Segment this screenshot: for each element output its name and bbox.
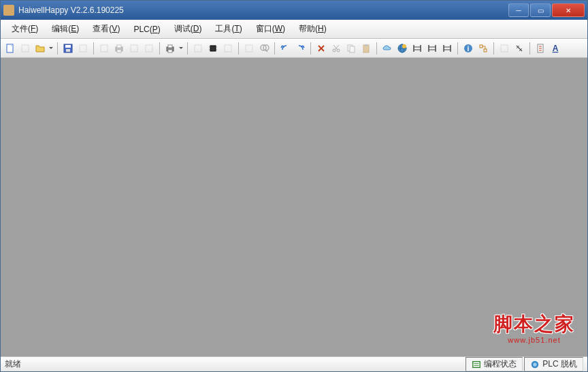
statusbar: 就绪 编程状态 PLC 脱机 xyxy=(1,356,587,371)
close-button[interactable]: ✕ xyxy=(552,3,585,17)
toolbar-separator xyxy=(93,42,94,55)
svg-line-59 xyxy=(517,46,522,51)
svg-rect-11 xyxy=(146,45,152,52)
status-ready: 就绪 xyxy=(5,358,464,370)
window-controls: ─ ▭ ✕ xyxy=(507,3,585,17)
svg-rect-3 xyxy=(65,45,71,48)
status-plc: PLC 脱机 xyxy=(524,357,583,371)
printer-icon-dropdown[interactable] xyxy=(178,42,184,55)
open-folder-icon[interactable] xyxy=(18,42,32,55)
svg-rect-14 xyxy=(168,50,172,52)
cut-icon[interactable] xyxy=(329,42,343,55)
svg-rect-1 xyxy=(22,45,29,52)
toolbar-separator xyxy=(187,42,188,55)
net-icon[interactable] xyxy=(476,42,490,55)
find-icon[interactable] xyxy=(257,42,271,55)
menu-调试[interactable]: 调试(D) xyxy=(167,20,209,37)
folder-icon-dropdown[interactable] xyxy=(48,42,54,55)
new-file-icon[interactable] xyxy=(3,42,17,55)
svg-rect-9 xyxy=(117,50,121,52)
titlebar: HaiwellHappy V2.2.6.190225 ─ ▭ ✕ xyxy=(1,1,587,20)
menubar: 文件(F)编辑(E)查看(V)PLC(P)调试(D)工具(T)窗口(W)帮助(H… xyxy=(1,20,587,39)
redo-icon[interactable] xyxy=(293,42,307,55)
svg-rect-5 xyxy=(80,45,86,52)
menu-编辑[interactable]: 编辑(E) xyxy=(45,20,86,37)
doc2-icon[interactable] xyxy=(534,42,547,55)
preview-icon[interactable] xyxy=(127,42,141,55)
app-icon xyxy=(3,5,14,16)
watermark-text: 脚本之家 xyxy=(493,311,575,337)
ladder3-icon[interactable] xyxy=(440,42,454,55)
toolbar-separator xyxy=(238,42,239,55)
svg-rect-21 xyxy=(225,45,231,52)
toolbar-separator xyxy=(529,42,530,55)
svg-rect-6 xyxy=(101,45,108,52)
folder-icon[interactable] xyxy=(33,42,47,55)
page-icon[interactable] xyxy=(142,42,156,55)
toolbar-separator xyxy=(310,42,311,55)
toolbar-separator xyxy=(159,42,160,55)
export-icon[interactable] xyxy=(76,42,90,55)
window-title: HaiwellHappy V2.2.6.190225 xyxy=(18,5,507,15)
menu-查看[interactable]: 查看(V) xyxy=(86,20,127,37)
workspace: 脚本之家 www.jb51.net xyxy=(1,58,587,356)
undo-icon[interactable] xyxy=(278,42,292,55)
minimize-button[interactable]: ─ xyxy=(508,3,529,17)
svg-rect-58 xyxy=(501,45,508,52)
cloud-icon[interactable] xyxy=(380,42,394,55)
doc-icon[interactable] xyxy=(97,42,111,55)
svg-rect-35 xyxy=(365,44,368,46)
svg-rect-15 xyxy=(195,45,201,52)
paste-icon[interactable] xyxy=(359,42,373,55)
copy-icon[interactable] xyxy=(344,42,358,55)
menu-文件[interactable]: 文件(F) xyxy=(5,20,45,37)
watermark: 脚本之家 www.jb51.net xyxy=(493,311,575,344)
menu-帮助[interactable]: 帮助(H) xyxy=(292,20,333,37)
svg-rect-33 xyxy=(350,46,355,52)
menu-工具[interactable]: 工具(T) xyxy=(208,20,248,37)
toolbar-separator xyxy=(493,42,494,55)
svg-rect-55 xyxy=(484,49,487,52)
svg-rect-10 xyxy=(131,45,137,52)
app-window: HaiwellHappy V2.2.6.190225 ─ ▭ ✕ 文件(F)编辑… xyxy=(0,0,588,372)
printer-icon[interactable] xyxy=(163,42,177,55)
toolbar: iA xyxy=(1,39,587,58)
svg-rect-68 xyxy=(474,363,479,364)
info-icon[interactable]: i xyxy=(461,42,475,55)
save-icon[interactable] xyxy=(61,42,75,55)
svg-rect-16 xyxy=(210,46,216,51)
svg-rect-69 xyxy=(474,365,479,365)
menu-窗口[interactable]: 窗口(W) xyxy=(249,20,292,37)
branch-icon[interactable] xyxy=(497,42,511,55)
svg-rect-8 xyxy=(117,45,121,48)
comp-icon[interactable] xyxy=(512,42,526,55)
maximize-button[interactable]: ▭ xyxy=(530,3,551,17)
svg-point-71 xyxy=(534,362,537,366)
toolbar-separator xyxy=(457,42,458,55)
svg-rect-13 xyxy=(168,45,172,48)
toolbar-separator xyxy=(57,42,58,55)
text-icon[interactable]: A xyxy=(549,42,562,55)
toolbar-separator xyxy=(274,42,275,55)
svg-text:A: A xyxy=(553,44,559,53)
globe-icon[interactable] xyxy=(395,42,409,55)
mode-icon xyxy=(472,360,481,369)
status-mode: 编程状态 xyxy=(466,357,523,371)
ladder1-icon[interactable] xyxy=(410,42,424,55)
status-mode-label: 编程状态 xyxy=(484,358,517,370)
svg-rect-67 xyxy=(473,361,480,367)
svg-rect-54 xyxy=(480,45,483,48)
print-icon[interactable] xyxy=(112,42,126,55)
ladder2-icon[interactable] xyxy=(425,42,439,55)
chip-icon[interactable] xyxy=(206,42,220,55)
svg-rect-22 xyxy=(246,45,252,52)
run-icon[interactable] xyxy=(191,42,205,55)
status-plc-label: PLC 脱机 xyxy=(542,358,577,370)
tool-icon[interactable] xyxy=(314,42,328,55)
check-icon[interactable] xyxy=(242,42,256,55)
build-icon[interactable] xyxy=(221,42,235,55)
plc-icon xyxy=(530,360,540,369)
menu-PLC[interactable]: PLC(P) xyxy=(127,22,167,37)
svg-point-39 xyxy=(402,44,406,48)
toolbar-separator xyxy=(376,42,377,55)
